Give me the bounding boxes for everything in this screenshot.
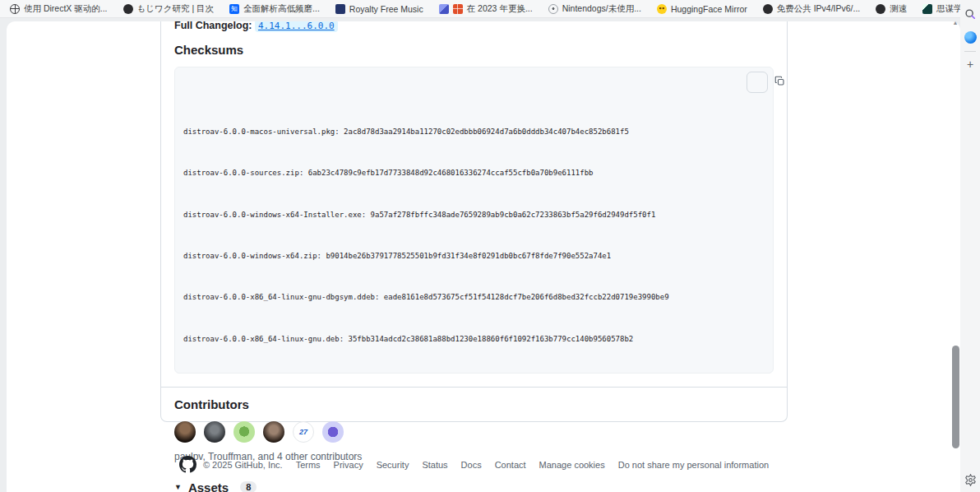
footer-link[interactable]: Security bbox=[377, 460, 409, 470]
checksums-heading: Checksums bbox=[174, 43, 774, 57]
sidebar-add-icon[interactable]: + bbox=[967, 58, 973, 70]
bookmark-item[interactable]: 在 2023 年更换... bbox=[439, 3, 533, 15]
footer-link[interactable]: Status bbox=[422, 460, 447, 470]
bookmark-item[interactable]: 使用 DirectX 驱动的... bbox=[10, 3, 108, 15]
footer-link[interactable]: Contact bbox=[495, 460, 526, 470]
bookmark-favicon-icon bbox=[876, 4, 885, 14]
bookmark-favicon-icon bbox=[229, 4, 239, 14]
bookmark-favicon-icon bbox=[10, 4, 20, 14]
checksum-line: distroav-6.0.0-windows-x64-Installer.exe… bbox=[183, 210, 765, 220]
bookmark-item[interactable]: Royalty Free Music bbox=[335, 4, 423, 14]
bookmark-label: もじワク研究 | 目次 bbox=[137, 3, 215, 15]
footer-links: Terms Privacy Security Status Docs Conta… bbox=[296, 460, 769, 470]
avatar[interactable] bbox=[233, 421, 255, 443]
bookmark-label: 免费公共 IPv4/IPv6/... bbox=[777, 3, 861, 15]
search-icon[interactable] bbox=[964, 7, 977, 21]
checksum-line: distroav-6.0.0-macos-universal.pkg: 2ac8… bbox=[183, 127, 765, 137]
avatar[interactable] bbox=[204, 421, 225, 443]
contributors-heading: Contributors bbox=[174, 397, 774, 411]
copy-button[interactable] bbox=[747, 72, 768, 93]
bookmark-item[interactable]: もじワク研究 | 目次 bbox=[123, 3, 215, 15]
footer-link[interactable]: Do not share my personal information bbox=[618, 460, 769, 470]
bookmark-label: 使用 DirectX 驱动的... bbox=[24, 3, 108, 15]
footer-brand: © 2025 GitHub, Inc. bbox=[179, 456, 283, 473]
checksum-line: distroav-6.0.0-windows-x64.zip: b9014be2… bbox=[183, 251, 765, 262]
bookmarks-bar: 使用 DirectX 驱动的... もじワク研究 | 目次 全面解析高低频磨..… bbox=[0, 0, 960, 18]
bookmark-item[interactable]: Nintendogs/未使用... bbox=[548, 3, 641, 15]
avatar[interactable] bbox=[174, 421, 196, 443]
avatar[interactable] bbox=[322, 421, 344, 443]
footer-link[interactable]: Manage cookies bbox=[539, 460, 605, 470]
bookmark-favicon-icon bbox=[657, 4, 667, 14]
bookmark-favicon-icon bbox=[439, 4, 449, 14]
full-changelog-line: Full Changelog: 4.14.1...6.0.0 bbox=[174, 21, 774, 31]
checksum-line: distroav-6.0.0-x86_64-linux-gnu.deb: 35f… bbox=[183, 334, 765, 345]
bookmark-label: Royalty Free Music bbox=[349, 4, 423, 14]
bookmark-label: Nintendogs/未使用... bbox=[562, 3, 641, 15]
bookmark-favicon-icon bbox=[335, 4, 345, 14]
bookmark-label: HuggingFace Mirror bbox=[671, 4, 747, 14]
assets-count-badge: 8 bbox=[240, 481, 257, 492]
site-footer: © 2025 GitHub, Inc. Terms Privacy Securi… bbox=[160, 456, 788, 473]
footer-link[interactable]: Docs bbox=[461, 460, 482, 470]
bookmark-item[interactable]: 免费公共 IPv4/IPv6/... bbox=[763, 3, 861, 15]
github-logo-icon bbox=[179, 456, 196, 473]
bookmark-favicon2-icon bbox=[453, 4, 463, 14]
sidebar-divider bbox=[964, 51, 976, 52]
avatar[interactable]: 27 bbox=[293, 421, 314, 443]
release-card: Full Changelog: 4.14.1...6.0.0 Checksums… bbox=[160, 21, 788, 422]
bookmark-favicon-icon bbox=[548, 4, 558, 14]
footer-copyright: © 2025 GitHub, Inc. bbox=[203, 460, 283, 470]
bookmark-label: 在 2023 年更换... bbox=[467, 3, 533, 15]
full-changelog-link[interactable]: 4.14.1...6.0.0 bbox=[255, 21, 338, 32]
bookmark-favicon-icon bbox=[922, 4, 932, 14]
copy-icon bbox=[729, 65, 784, 100]
footer-link[interactable]: Privacy bbox=[334, 460, 363, 470]
section-divider bbox=[161, 387, 787, 388]
bookmark-item[interactable]: 全面解析高低频磨... bbox=[229, 3, 320, 15]
checksum-line: distroav-6.0.0-sources.zip: 6ab23c4789c9… bbox=[183, 168, 765, 179]
browser-sidebar: + bbox=[960, 0, 980, 492]
bookmark-label: 测速 bbox=[890, 3, 907, 15]
assets-toggle[interactable]: ▼ Assets 8 bbox=[174, 480, 774, 492]
bookmark-label: 全面解析高低频磨... bbox=[243, 3, 320, 15]
settings-gear-icon[interactable] bbox=[964, 473, 977, 486]
assets-heading: Assets bbox=[188, 480, 229, 492]
scrollbar-up-arrow[interactable]: ▲ bbox=[950, 19, 960, 27]
bookmark-item[interactable]: HuggingFace Mirror bbox=[657, 4, 747, 14]
caret-down-icon: ▼ bbox=[174, 483, 182, 491]
scrollbar-thumb[interactable] bbox=[952, 346, 959, 448]
bookmark-item[interactable]: 测速 bbox=[876, 3, 907, 15]
github-release-page: Full Changelog: 4.14.1...6.0.0 Checksums… bbox=[7, 21, 960, 492]
full-changelog-label: Full Changelog: bbox=[174, 21, 252, 31]
bookmark-favicon-icon bbox=[123, 4, 133, 14]
bookmark-favicon-icon bbox=[763, 4, 773, 14]
checksums-code-block: distroav-6.0.0-macos-universal.pkg: 2ac8… bbox=[174, 67, 774, 374]
avatar[interactable] bbox=[263, 421, 284, 443]
sidebar-app-icon[interactable] bbox=[964, 31, 977, 44]
checksum-line: distroav-6.0.0-x86_64-linux-gnu-dbgsym.d… bbox=[183, 292, 765, 303]
contributor-avatars: 27 bbox=[174, 421, 774, 443]
footer-link[interactable]: Terms bbox=[296, 460, 321, 470]
